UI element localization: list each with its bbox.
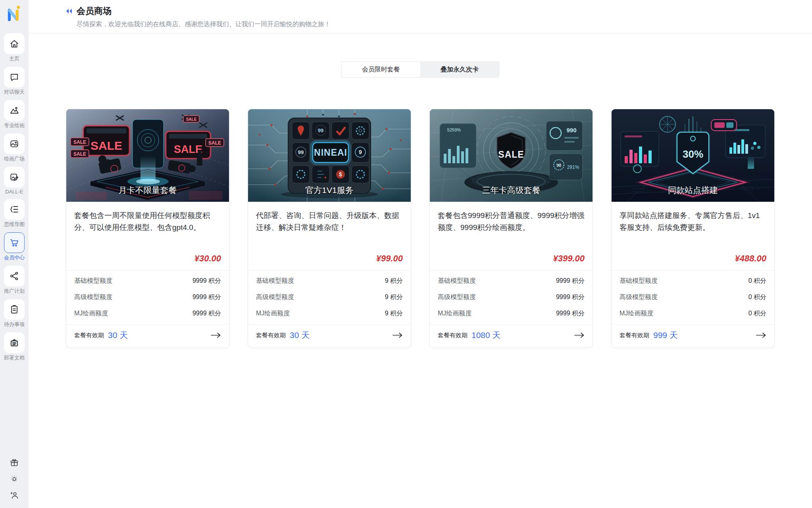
sidebar-item-pro-drawing[interactable]: 专业绘画 (4, 100, 25, 129)
plan-card-three-year[interactable]: SALE 5259% (429, 109, 593, 348)
chat-icon (9, 72, 19, 82)
card-title: 月卡不限量套餐 (66, 185, 229, 196)
buy-arrow-button[interactable] (392, 332, 403, 338)
buy-arrow-button[interactable] (574, 332, 585, 338)
quota-row: 高级模型额度 9999 积分 (74, 289, 221, 305)
sidebar-item-member-center[interactable]: 会员中心 (4, 232, 25, 261)
quota-value: 9 积分 (385, 277, 403, 285)
card-body: 代部署、咨询、日常问题、升级版本、数据迁移、解决日常疑难杂症！ ¥99.00 (248, 202, 411, 270)
validity-value: 30 天 (108, 330, 128, 341)
sidebar-item-dalle[interactable]: DALL-E (4, 167, 25, 195)
card-quota-rows: 基础模型额度 9999 积分 高级模型额度 9999 积分 MJ绘画额度 999… (430, 270, 593, 324)
card-image: 99 99 NINEAI 9 (248, 109, 411, 202)
quota-label: 高级模型额度 (256, 293, 294, 301)
quota-label: 基础模型额度 (74, 277, 112, 285)
card-footer: 套餐有效期 30 天 (248, 324, 411, 348)
quota-label: MJ绘画额度 (74, 309, 108, 318)
home-tile (4, 33, 25, 54)
card-body: 享同款站点搭建服务、专属官方售后、1v1客服支持、后续免费更新。 ¥488.00 (612, 202, 774, 270)
quota-row: MJ绘画额度 9999 积分 (74, 305, 221, 322)
sidebar-item-mindmap[interactable]: 思维导图 (4, 199, 25, 228)
svg-text:SALE: SALE (73, 139, 86, 145)
page-header: 会员商场 尽情探索，欢迎光临我们的在线商店、感谢您选择我们、让我们一同开启愉悦的… (29, 0, 812, 33)
quota-label: 高级模型额度 (620, 293, 658, 301)
todo-tile (4, 299, 25, 320)
card-description: 套餐包含一周不限量使用任何模型额度积分、可以使用任意模型、包含gpt4.0。 (74, 210, 221, 248)
mindmap-icon (9, 204, 19, 214)
plan-card-site-build[interactable]: 30% 同款站点搭建 享同款站点搭建服务、专属官方售后、1v1客服支持、后续免费… (611, 109, 775, 348)
sidebar-item-todo[interactable]: 待办事项 (4, 299, 25, 328)
card-body: 套餐包含9999积分普通额度、9999积分增强额度、9999积分绘画额度。 ¥3… (430, 202, 593, 270)
sidebar-item-label: 对话聊天 (4, 89, 25, 96)
quota-value: 0 积分 (749, 277, 766, 285)
quota-value: 9999 积分 (192, 309, 221, 318)
validity-label: 套餐有效期 (256, 332, 286, 339)
buy-arrow-button[interactable] (210, 332, 221, 338)
sidebar-item-label: 部署文档 (4, 354, 25, 361)
deploy-docs-tile (4, 332, 25, 353)
page-title: 会员商场 (77, 5, 112, 17)
pro-drawing-tile (4, 100, 25, 121)
card-quota-rows: 基础模型额度 9 积分 高级模型额度 9 积分 MJ绘画额度 9 积分 (248, 270, 411, 324)
sidebar-item-promotion[interactable]: 推广计划 (4, 266, 25, 295)
svg-text:9: 9 (359, 149, 362, 155)
app-logo[interactable] (4, 4, 24, 24)
plan-card-official-1v1[interactable]: 99 99 NINEAI 9 (248, 109, 411, 348)
card-footer: 套餐有效期 1080 天 (430, 324, 593, 348)
quota-label: 基础模型额度 (620, 277, 658, 285)
card-price: ¥399.00 (438, 253, 585, 270)
image-edit-icon (9, 172, 19, 182)
quota-row: 基础模型额度 9999 积分 (74, 273, 221, 289)
card-footer: 套餐有效期 30 天 (66, 324, 229, 348)
buy-arrow-button[interactable] (756, 332, 766, 338)
sidebar-item-label: 会员中心 (4, 254, 25, 261)
arrow-right-icon (574, 332, 585, 338)
validity-label: 套餐有效期 (74, 332, 104, 339)
card-description: 套餐包含9999积分普通额度、9999积分增强额度、9999积分绘画额度。 (438, 210, 585, 248)
card-title: 三年卡高级套餐 (430, 185, 593, 196)
arrow-right-icon (210, 332, 221, 338)
member-center-tile (4, 232, 25, 253)
sidebar-item-label: DALL-E (5, 189, 23, 195)
collapse-sidebar-icon[interactable] (65, 8, 73, 14)
svg-text:SALE: SALE (73, 151, 86, 157)
share-icon (9, 271, 19, 281)
sidebar-item-drawing-plaza[interactable]: 绘画广场 (4, 133, 25, 162)
promotion-tile (4, 266, 25, 286)
cart-icon (9, 238, 19, 248)
sidebar: 主页 对话聊天 专业绘画 (0, 0, 29, 508)
sidebar-item-home[interactable]: 主页 (4, 33, 25, 62)
validity-value: 999 天 (653, 330, 678, 341)
svg-text:SALE: SALE (90, 139, 122, 152)
sidebar-item-label: 主页 (9, 55, 19, 62)
card-price: ¥488.00 (620, 253, 766, 270)
sidebar-item-label: 专业绘画 (4, 122, 25, 129)
card-image: 30% 同款站点搭建 (612, 109, 774, 202)
tab-limited-plans[interactable]: 会员限时套餐 (342, 62, 420, 77)
card-description: 代部署、咨询、日常问题、升级版本、数据迁移、解决日常疑难杂症！ (256, 210, 403, 248)
sidebar-item-deploy-docs[interactable]: 部署文档 (4, 332, 25, 361)
card-quota-rows: 基础模型额度 0 积分 高级模型额度 0 积分 MJ绘画额度 0 积分 (612, 270, 774, 324)
quota-label: 高级模型额度 (438, 293, 476, 301)
tab-permanent-cards[interactable]: 叠加永久次卡 (420, 62, 499, 77)
add-user-icon[interactable] (10, 491, 19, 500)
quota-row: 基础模型额度 9 积分 (256, 273, 403, 289)
svg-text:SALE: SALE (498, 149, 524, 160)
card-description: 享同款站点搭建服务、专属官方售后、1v1客服支持、后续免费更新。 (620, 210, 766, 248)
sidebar-item-chat[interactable]: 对话聊天 (4, 67, 25, 96)
docs-icon (9, 338, 19, 348)
quota-row: MJ绘画额度 0 积分 (620, 305, 766, 322)
gift-icon[interactable] (10, 458, 19, 467)
app-root: 主页 对话聊天 专业绘画 (0, 0, 812, 508)
quota-label: MJ绘画额度 (256, 309, 290, 318)
plan-card-monthly-unlimited[interactable]: SALE SALE (66, 109, 229, 348)
arrow-right-icon (392, 332, 403, 338)
validity-label: 套餐有效期 (438, 332, 468, 339)
theme-icon[interactable] (10, 474, 19, 484)
validity-value: 30 天 (290, 330, 310, 341)
quota-value: 9999 积分 (192, 277, 221, 285)
drawing-plaza-tile (4, 133, 25, 154)
quota-row: MJ绘画额度 9 积分 (256, 305, 403, 322)
sidebar-item-label: 绘画广场 (4, 155, 25, 162)
quota-value: 9 积分 (385, 293, 403, 301)
